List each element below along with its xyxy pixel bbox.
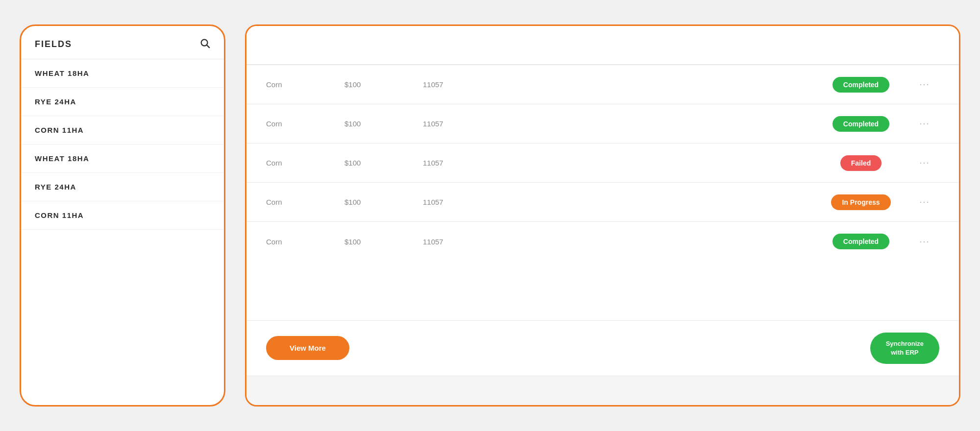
- price-cell: $100: [344, 120, 423, 128]
- table-row: Corn $100 11057 Failed ···: [246, 144, 959, 183]
- id-cell: 11057: [423, 120, 812, 128]
- status-cell: Completed: [812, 77, 910, 93]
- price-cell: $100: [344, 80, 423, 89]
- status-badge: Completed: [833, 116, 889, 132]
- table-body: Corn $100 11057 Completed ··· Corn $100 …: [246, 65, 959, 320]
- crop-cell: Corn: [266, 80, 344, 89]
- field-list-item[interactable]: RYE 24HA: [21, 173, 224, 201]
- id-cell: 11057: [423, 159, 812, 167]
- status-cell: Completed: [812, 116, 910, 132]
- id-cell: 11057: [423, 238, 812, 246]
- id-cell: 11057: [423, 198, 812, 206]
- status-cell: In Progress: [812, 194, 910, 210]
- table-row: Corn $100 11057 Completed ···: [246, 65, 959, 104]
- actions-cell[interactable]: ···: [910, 237, 939, 247]
- more-options-button[interactable]: ···: [919, 158, 930, 168]
- fields-title: FIELDS: [35, 39, 72, 49]
- field-list-item[interactable]: WHEAT 18HA: [21, 144, 224, 173]
- table-row: Corn $100 11057 Completed ···: [246, 222, 959, 261]
- crop-cell: Corn: [266, 198, 344, 206]
- price-cell: $100: [344, 159, 423, 167]
- status-cell: Failed: [812, 155, 910, 171]
- actions-cell[interactable]: ···: [910, 197, 939, 207]
- view-more-button[interactable]: View More: [266, 336, 349, 360]
- phone-header: FIELDS: [21, 26, 224, 59]
- field-list-item[interactable]: CORN 11HA: [21, 116, 224, 144]
- crop-cell: Corn: [266, 159, 344, 167]
- table-footer: View More Synchronizewith ERP: [246, 320, 959, 376]
- table-row: Corn $100 11057 In Progress ···: [246, 183, 959, 222]
- price-cell: $100: [344, 198, 423, 206]
- actions-cell[interactable]: ···: [910, 158, 939, 168]
- field-list-item[interactable]: WHEAT 18HA: [21, 59, 224, 88]
- field-list-item[interactable]: RYE 24HA: [21, 88, 224, 116]
- status-cell: Completed: [812, 234, 910, 249]
- more-options-button[interactable]: ···: [919, 79, 930, 90]
- field-list-item[interactable]: CORN 11HA: [21, 201, 224, 230]
- crop-cell: Corn: [266, 120, 344, 128]
- status-badge: Failed: [840, 155, 882, 171]
- table-bottom-strip: [246, 376, 959, 405]
- crop-cell: Corn: [266, 238, 344, 246]
- status-badge: In Progress: [831, 194, 890, 210]
- more-options-button[interactable]: ···: [919, 237, 930, 247]
- phone-frame: FIELDS WHEAT 18HARYE 24HACORN 11HAWHEAT …: [20, 24, 225, 407]
- table-header-spacer: [246, 26, 959, 65]
- more-options-button[interactable]: ···: [919, 119, 930, 129]
- sync-erp-button[interactable]: Synchronizewith ERP: [870, 333, 939, 364]
- table-row: Corn $100 11057 Completed ···: [246, 104, 959, 144]
- search-icon: [199, 38, 210, 48]
- fields-list: WHEAT 18HARYE 24HACORN 11HAWHEAT 18HARYE…: [21, 59, 224, 405]
- actions-cell[interactable]: ···: [910, 79, 939, 90]
- status-badge: Completed: [833, 77, 889, 93]
- actions-cell[interactable]: ···: [910, 119, 939, 129]
- price-cell: $100: [344, 238, 423, 246]
- status-badge: Completed: [833, 234, 889, 249]
- id-cell: 11057: [423, 80, 812, 89]
- more-options-button[interactable]: ···: [919, 197, 930, 207]
- svg-line-1: [207, 45, 209, 48]
- table-frame: Corn $100 11057 Completed ··· Corn $100 …: [245, 24, 960, 407]
- search-button[interactable]: [199, 38, 210, 51]
